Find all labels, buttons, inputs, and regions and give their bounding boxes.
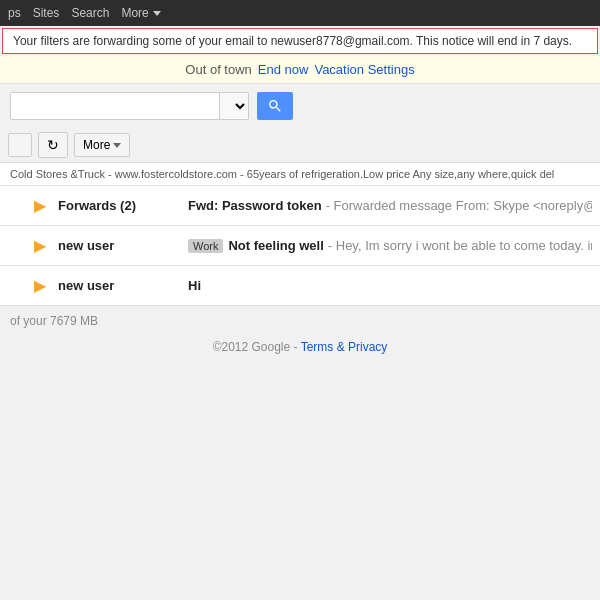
star-icon-3[interactable]: ▶ <box>34 276 50 295</box>
star-icon-1[interactable]: ▶ <box>34 196 50 215</box>
footer-copyright: ©2012 Google - Terms & Privacy <box>0 336 600 358</box>
vacation-end-now-link[interactable]: End now <box>258 62 309 77</box>
ad-banner: Cold Stores &Truck - www.fostercoldstore… <box>0 163 600 186</box>
warning-text: Your filters are forwarding some of your… <box>13 34 572 48</box>
email-sender-2: new user <box>58 238 188 253</box>
more-actions-label: More <box>83 138 110 152</box>
toolbar: ↻ More <box>0 128 600 163</box>
vacation-label: Out of town <box>185 62 251 77</box>
top-navigation: ps Sites Search More <box>0 0 600 26</box>
star-icon-2[interactable]: ▶ <box>34 236 50 255</box>
ad-text: Cold Stores &Truck - www.fostercoldstore… <box>10 168 554 180</box>
warning-banner: Your filters are forwarding some of your… <box>2 28 598 54</box>
search-button[interactable] <box>257 92 293 120</box>
email-snippet-2: - Hey, Im sorry i wont be able to come t… <box>328 238 592 253</box>
email-sender-1: Forwards (2) <box>58 198 188 213</box>
nav-item-sites[interactable]: Sites <box>33 6 60 20</box>
terms-link[interactable]: Terms & Privacy <box>301 340 388 354</box>
select-all-checkbox[interactable] <box>8 133 32 157</box>
email-list: ▶ Forwards (2) Fwd: Password token - For… <box>0 186 600 306</box>
search-input[interactable] <box>10 92 220 120</box>
search-scope-select[interactable] <box>220 92 249 120</box>
vacation-settings-link[interactable]: Vacation Settings <box>314 62 414 77</box>
search-icon <box>267 98 283 114</box>
email-content-1: Fwd: Password token - Forwarded message … <box>188 198 592 213</box>
more-actions-arrow-icon <box>113 143 121 148</box>
footer-separator: - <box>294 340 301 354</box>
email-snippet-1: - Forwarded message From: Skype <noreply… <box>326 198 592 213</box>
vacation-notice: Out of town End now Vacation Settings <box>0 56 600 84</box>
email-subject-3: Hi <box>188 278 201 293</box>
copyright-text: ©2012 Google <box>213 340 291 354</box>
more-actions-button[interactable]: More <box>74 133 130 157</box>
nav-more-arrow-icon <box>153 11 161 16</box>
email-content-2: Work Not feeling well - Hey, Im sorry i … <box>188 238 592 253</box>
email-subject-2: Not feeling well <box>228 238 323 253</box>
refresh-button[interactable]: ↻ <box>38 132 68 158</box>
table-row[interactable]: ▶ Forwards (2) Fwd: Password token - For… <box>0 186 600 226</box>
nav-item-ps[interactable]: ps <box>8 6 21 20</box>
search-area <box>0 84 600 128</box>
nav-item-search[interactable]: Search <box>71 6 109 20</box>
email-subject-1: Fwd: Password token <box>188 198 322 213</box>
email-content-3: Hi <box>188 278 592 293</box>
table-row[interactable]: ▶ new user Work Not feeling well - Hey, … <box>0 226 600 266</box>
storage-text: of your 7679 MB <box>10 314 98 328</box>
table-row[interactable]: ▶ new user Hi <box>0 266 600 306</box>
email-sender-3: new user <box>58 278 188 293</box>
footer-storage: of your 7679 MB <box>0 306 600 336</box>
nav-more-button[interactable]: More <box>121 6 160 20</box>
nav-more-label: More <box>121 6 148 20</box>
email-tag-2: Work <box>188 239 223 253</box>
search-input-wrap <box>10 92 249 120</box>
